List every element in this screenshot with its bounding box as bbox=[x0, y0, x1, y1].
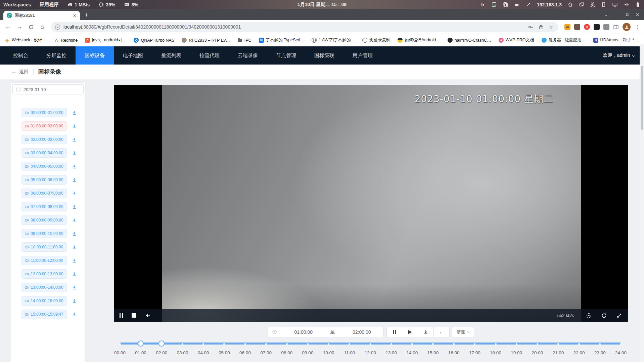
workspaces-button[interactable]: Workspaces bbox=[3, 2, 31, 7]
bookmark-item[interactable]: IPC bbox=[237, 38, 251, 43]
bookmark-item[interactable]: Q QNAP Turbo NAS bbox=[134, 38, 174, 43]
download-segment-button[interactable] bbox=[71, 204, 77, 210]
play-button[interactable] bbox=[402, 327, 418, 337]
forward-icon[interactable]: → bbox=[15, 22, 24, 32]
snapshot-icon[interactable] bbox=[586, 313, 592, 319]
bookmark-item[interactable]: W WVP-PRO文档 bbox=[499, 37, 534, 43]
refresh-icon[interactable] bbox=[601, 313, 607, 319]
coffee-icon[interactable] bbox=[514, 2, 520, 7]
share-icon[interactable] bbox=[538, 24, 544, 30]
download-segment-button[interactable] bbox=[71, 271, 77, 277]
side-panel-icon[interactable] bbox=[613, 24, 619, 30]
color-picker-icon[interactable] bbox=[525, 2, 531, 7]
stop-icon[interactable] bbox=[132, 313, 136, 318]
display-icon[interactable] bbox=[612, 2, 618, 7]
window-minimize-icon[interactable]: — bbox=[615, 12, 619, 17]
recording-segment-button[interactable]: 10:00:00-11:00:00 bbox=[21, 242, 67, 252]
bookmark-item[interactable]: N HDAtmos :: 种子 *… bbox=[593, 37, 638, 43]
download-segment-button[interactable] bbox=[71, 311, 77, 317]
window-menu-icon[interactable]: ⌄ bbox=[604, 12, 608, 17]
ip-address[interactable]: 192.168.1.3 bbox=[537, 2, 562, 7]
nav-tab[interactable]: 国标设备 bbox=[76, 46, 114, 65]
nav-tab[interactable]: 控制台 bbox=[4, 46, 37, 65]
memory-indicator[interactable]: 8% bbox=[124, 2, 138, 7]
fullscreen-icon[interactable] bbox=[616, 313, 622, 319]
windows-icon[interactable] bbox=[579, 2, 585, 7]
extension-dark-icon[interactable] bbox=[594, 24, 600, 30]
recording-segment-button[interactable]: 07:00:00-08:00:00 bbox=[21, 202, 67, 211]
bookmark-item[interactable]: RFC2833 – RTP Ev… bbox=[182, 38, 230, 43]
tab-close-icon[interactable]: ✕ bbox=[73, 13, 77, 18]
download-segment-button[interactable] bbox=[71, 257, 77, 264]
seek-back-button[interactable]: ← bbox=[434, 327, 450, 337]
date-picker[interactable]: 2023-01-10 bbox=[12, 84, 84, 94]
nav-tab[interactable]: 电子地图 bbox=[114, 46, 152, 65]
app-window-icon[interactable] bbox=[491, 2, 497, 7]
profile-avatar[interactable] bbox=[623, 23, 631, 31]
copy-icon[interactable] bbox=[503, 2, 508, 7]
recording-segment-button[interactable]: 01:00:00-02:00:00 bbox=[21, 121, 67, 131]
window-maximize-icon[interactable]: ⧉ bbox=[626, 12, 629, 17]
download-segment-button[interactable] bbox=[71, 177, 77, 183]
applications-button[interactable]: 应用程序 bbox=[40, 2, 58, 8]
pause-icon[interactable] bbox=[120, 313, 123, 318]
home-icon[interactable] bbox=[567, 2, 573, 7]
bookmark-item[interactable]: ◈ Webstack - 设计… bbox=[5, 37, 46, 43]
extension-blocker-icon[interactable]: ✕ bbox=[584, 24, 590, 30]
pause-button[interactable] bbox=[386, 327, 402, 337]
scrollbar-thumb[interactable] bbox=[641, 66, 643, 130]
bookmark-item[interactable]: 1.8W字|了不起的… bbox=[312, 37, 355, 43]
bookmark-star-icon[interactable]: ☆ bbox=[549, 24, 554, 30]
recording-segment-button[interactable]: 09:00:00-10:00:00 bbox=[21, 229, 67, 238]
page-scrollbar[interactable] bbox=[640, 44, 644, 362]
download-segment-button[interactable] bbox=[71, 136, 77, 143]
launcher-b-icon[interactable]: b bbox=[480, 2, 486, 7]
extension-icon[interactable] bbox=[574, 24, 580, 30]
end-time-input[interactable]: 02:00:00 bbox=[340, 329, 384, 335]
download-segment-button[interactable] bbox=[71, 244, 77, 250]
download-segment-button[interactable] bbox=[71, 190, 77, 196]
download-segment-button[interactable] bbox=[71, 217, 77, 223]
recording-segment-button[interactable]: 03:00:00-04:00:00 bbox=[21, 148, 67, 158]
start-time-input[interactable]: 01:00:00 bbox=[282, 329, 325, 335]
download-segment-button[interactable] bbox=[71, 123, 77, 129]
recording-segment-button[interactable]: 15:00:00-15:09:47 bbox=[21, 310, 67, 319]
reload-icon[interactable] bbox=[26, 22, 36, 32]
back-icon[interactable]: ← bbox=[3, 22, 13, 32]
volume-icon[interactable] bbox=[624, 2, 629, 7]
phone-link-icon[interactable] bbox=[601, 2, 606, 7]
nav-tab[interactable]: 推流列表 bbox=[152, 46, 190, 65]
download-segment-button[interactable] bbox=[71, 110, 77, 116]
bookmark-item[interactable]: 如何编译Android… bbox=[398, 37, 440, 43]
timeline-range-handle[interactable] bbox=[138, 340, 144, 347]
battery-icon[interactable] bbox=[635, 2, 641, 7]
new-tab-button[interactable]: + bbox=[85, 11, 88, 19]
video-player[interactable]: 2023-01-10 01:00:00 星期二 552 kb/s bbox=[114, 85, 628, 322]
recording-segment-button[interactable]: 05:00:00-06:00:00 bbox=[21, 175, 67, 185]
timeline-range-handle[interactable] bbox=[158, 340, 165, 347]
password-key-icon[interactable] bbox=[528, 24, 534, 30]
bookmark-item[interactable]: ∩ Redmine bbox=[54, 38, 78, 43]
input-language[interactable]: 英 bbox=[590, 2, 595, 8]
nav-tab[interactable]: 用户管理 bbox=[343, 46, 382, 65]
nav-tab[interactable]: 拉流代理 bbox=[190, 46, 229, 65]
nav-tab[interactable]: 节点管理 bbox=[267, 46, 305, 65]
extension-js-icon[interactable]: JS bbox=[564, 24, 570, 30]
nav-tab[interactable]: 云端录像 bbox=[229, 46, 267, 65]
page-info-icon[interactable]: i bbox=[55, 25, 60, 30]
mute-icon[interactable] bbox=[145, 313, 151, 319]
extension-gray-icon[interactable] bbox=[603, 24, 609, 30]
recording-segment-button[interactable]: 11:00:00-12:00:00 bbox=[21, 256, 67, 265]
recording-segment-button[interactable]: 12:00:00-13:00:00 bbox=[21, 269, 67, 279]
recording-segment-button[interactable]: 00:00:00-01:00:00 bbox=[21, 108, 67, 117]
download-segment-button[interactable] bbox=[71, 231, 77, 237]
nav-tab[interactable]: 国标级联 bbox=[305, 46, 343, 65]
window-close-icon[interactable]: ✕ bbox=[636, 12, 639, 17]
home-button-icon[interactable]: ⌂ bbox=[38, 22, 47, 32]
recording-segment-button[interactable]: 06:00:00-07:00:00 bbox=[21, 189, 67, 198]
download-segment-button[interactable] bbox=[71, 298, 77, 304]
download-segment-button[interactable] bbox=[71, 150, 77, 156]
recording-segment-button[interactable]: 14:00:00-15:00:00 bbox=[21, 296, 67, 306]
download-segment-button[interactable] bbox=[71, 284, 77, 290]
bookmark-item[interactable]: 免登录复制 bbox=[362, 37, 390, 43]
